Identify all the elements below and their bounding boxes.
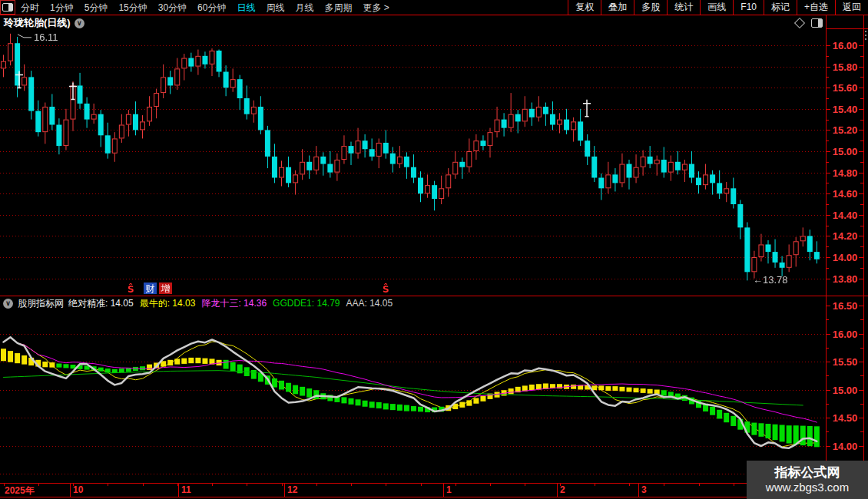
axis-tick [860, 98, 863, 99]
month-separator [70, 483, 71, 497]
axis-tick [826, 375, 829, 376]
axis-tick [826, 246, 829, 247]
indicator-values: 绝对精准: 14.05最牛的: 14.03降龙十三: 14.36GGDDE1: … [68, 297, 399, 310]
week-tick [386, 483, 386, 486]
menu-item-+自选[interactable]: +自选 [797, 0, 835, 15]
main-axis-label: 16.00 [828, 40, 862, 51]
main-axis-label: 14.40 [828, 210, 862, 221]
main-axis-label: 15.80 [828, 61, 862, 73]
splitter-handle-dots[interactable] [865, 31, 866, 42]
diamond-icon[interactable] [794, 18, 805, 28]
main-axis-label: 14.20 [828, 230, 862, 242]
indicator-header: ∨ 股朋指标网 绝对精准: 14.05最牛的: 14.03降龙十三: 14.36… [0, 297, 399, 310]
main-axis-label: 14.60 [828, 188, 862, 200]
axis-header-line [826, 28, 868, 29]
menu-item-日线[interactable]: 日线 [231, 1, 260, 15]
menu-item-F10[interactable]: F10 [733, 0, 764, 15]
axis-tick [860, 204, 863, 205]
main-axis-label: 15.40 [828, 104, 862, 115]
axis-tick [860, 319, 863, 320]
axis-tick [826, 319, 829, 320]
indicator-value-AAA: AAA: 14.05 [346, 298, 393, 309]
axis-tick [860, 268, 863, 269]
menu-item-多周期[interactable]: 多周期 [319, 1, 357, 15]
week-tick [282, 483, 283, 486]
menu-item-分时[interactable]: 分时 [15, 1, 45, 15]
month-label-12: 12 [287, 484, 297, 495]
axis-tick [826, 404, 829, 405]
indicator-source-label: 股朋指标网 [18, 297, 64, 310]
week-tick [247, 483, 247, 486]
month-separator [557, 483, 558, 497]
month-separator [284, 483, 285, 497]
indicator-axis-label: 15.50 [828, 356, 862, 368]
menu-item-叠加[interactable]: 叠加 [601, 0, 634, 15]
week-tick [664, 483, 664, 486]
menu-item-统计[interactable]: 统计 [667, 0, 700, 15]
menu-item-多股[interactable]: 多股 [634, 0, 667, 15]
axis-tick [826, 77, 829, 78]
axis-tick [826, 183, 829, 183]
menu-item-返回[interactable]: 返回 [835, 0, 868, 15]
month-label-2: 2 [560, 484, 565, 495]
menu-item-画线[interactable]: 画线 [700, 0, 733, 15]
menu-item-标记[interactable]: 标记 [764, 0, 797, 15]
menu-item-月线[interactable]: 月线 [290, 1, 319, 15]
month-label-1: 1 [446, 484, 452, 495]
week-tick [560, 483, 561, 486]
month-separator [638, 483, 639, 497]
chevron-down-icon[interactable]: ∨ [75, 18, 84, 28]
indicator-axis-label: 14.00 [828, 441, 862, 452]
chart-title-bar: 玲珑轮胎(日线) ∨ [4, 16, 84, 30]
menu-item-1分钟[interactable]: 1分钟 [45, 1, 79, 15]
week-tick [316, 483, 317, 486]
axis-tick [860, 56, 863, 57]
menu-item-60分钟[interactable]: 60分钟 [192, 1, 231, 15]
main-axis-label: 15.20 [828, 124, 862, 136]
watermark-site-url: www.zbgs3.com [766, 481, 849, 494]
indicator-value-绝对精准: 绝对精准: 14.05 [68, 297, 134, 310]
menu-item-15分钟[interactable]: 15分钟 [113, 1, 152, 15]
week-tick [490, 483, 491, 486]
window-layout-button[interactable] [0, 0, 15, 15]
main-candlestick-chart[interactable] [0, 29, 826, 294]
month-label-3: 3 [641, 484, 647, 495]
indicator-value-GGDDE1: GGDDE1: 14.79 [273, 298, 340, 309]
main-axis-label: 13.80 [828, 273, 862, 285]
chart-corner-icons [796, 18, 823, 28]
axis-tick [826, 226, 829, 226]
week-tick [108, 483, 108, 486]
menu-item-周线[interactable]: 周线 [260, 1, 290, 15]
watermark-site-name: 指标公式网 [775, 465, 840, 481]
watermark-box: 指标公式网 www.zbgs3.com [747, 461, 868, 499]
indicator-value-降龙十三: 降龙十三: 14.36 [201, 297, 267, 310]
week-tick [351, 483, 352, 486]
main-axis-label: 15.00 [828, 146, 862, 157]
axis-tick [826, 56, 829, 57]
month-label-11: 11 [181, 484, 191, 495]
axis-tick [826, 348, 829, 349]
date-row-bottom-line [0, 497, 868, 497]
indicator-panel-chart[interactable] [0, 311, 826, 481]
tools-menu: 复权叠加多股统计画线F10标记+自选返回 [568, 0, 868, 15]
month-label-10: 10 [73, 484, 83, 495]
axis-tick [860, 404, 863, 405]
indicator-chevron-icon[interactable]: ∨ [3, 299, 13, 309]
menu-item-5分钟[interactable]: 5分钟 [79, 1, 114, 15]
top-menu-bar: 分时1分钟5分钟15分钟30分钟60分钟日线周线月线多周期更多 > 复权叠加多股… [0, 0, 868, 15]
axis-tick [860, 226, 863, 226]
menu-item-30分钟[interactable]: 30分钟 [153, 1, 192, 15]
menu-item-复权[interactable]: 复权 [568, 0, 601, 15]
week-tick [629, 483, 630, 486]
menu-item-更多 >[interactable]: 更多 > [357, 1, 394, 15]
indicator-axis-label: 15.00 [828, 385, 862, 396]
panel-separator-line [0, 296, 868, 296]
axis-tick [860, 140, 863, 141]
axis-tick [860, 120, 863, 121]
main-axis-label: 15.60 [828, 82, 862, 94]
split-pane-icon[interactable] [811, 18, 823, 28]
week-tick [525, 483, 525, 486]
indicator-axis-label: 14.50 [828, 412, 862, 424]
trading-app-window: 分时1分钟5分钟15分钟30分钟60分钟日线周线月线多周期更多 > 复权叠加多股… [0, 0, 868, 499]
date-axis-row: 2025年101112123 [0, 483, 868, 497]
